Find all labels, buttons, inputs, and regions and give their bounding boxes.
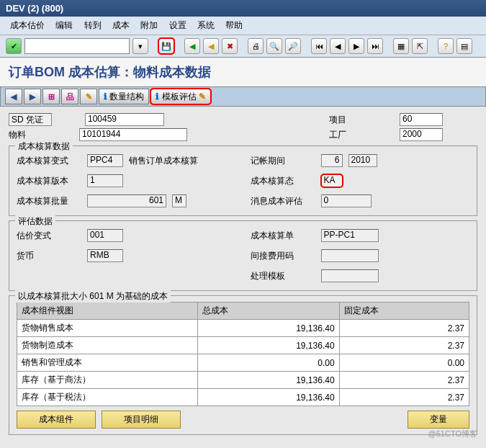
field-template <box>321 269 379 282</box>
field-plant[interactable]: 2000 <box>400 128 443 141</box>
label-overhead: 间接费用码 <box>251 250 315 262</box>
menu-item[interactable]: 编辑 <box>51 17 77 35</box>
menu-bar: 成本估价 编辑 转到 成本 附加 设置 系统 帮助 <box>0 17 486 35</box>
hierarchy-icon[interactable]: ⊞ <box>42 89 60 104</box>
save-icon[interactable]: 💾 <box>158 38 174 54</box>
field-currency: RMB <box>87 249 123 262</box>
col-view: 成本组件视图 <box>17 303 198 320</box>
find-next-icon[interactable]: 🔎 <box>285 38 301 54</box>
table-row[interactable]: 货物制造成本19,136.402.37 <box>17 337 469 354</box>
page-title: 订单BOM 成本估算：物料成本数据 <box>0 58 486 86</box>
menu-item[interactable]: 设置 <box>165 17 191 35</box>
field-overhead <box>321 249 379 262</box>
back-icon[interactable]: ◀ <box>184 38 200 54</box>
menu-item[interactable]: 附加 <box>136 17 162 35</box>
dropdown-icon[interactable]: ▾ <box>132 38 148 54</box>
variable-button[interactable]: 变量 <box>408 411 469 429</box>
col-total: 总成本 <box>198 303 339 320</box>
menu-item[interactable]: 成本估价 <box>6 17 49 35</box>
edit-icon[interactable]: ✎ <box>80 89 97 104</box>
field-material[interactable]: 10101944 <box>79 128 187 141</box>
group-valuation-data: 评估数据 估价变式 001 成本核算单 PP-PC1 货币 RMB 间接费用码 … <box>9 220 477 291</box>
field-val-variant: 001 <box>87 229 123 242</box>
help-icon[interactable]: ? <box>438 38 454 54</box>
label-status: 成本核算态 <box>251 175 315 187</box>
command-input[interactable] <box>24 38 130 54</box>
shortcut-icon[interactable]: ⇱ <box>412 38 428 54</box>
menu-item[interactable]: 帮助 <box>221 17 247 35</box>
field-period-year: 2010 <box>348 154 377 167</box>
field-sd-doc[interactable]: 100459 <box>85 113 164 126</box>
field-variant: PPC4 <box>87 154 123 167</box>
field-msg: 0 <box>321 194 372 207</box>
cost-components-button[interactable]: 成本组件 <box>17 411 96 429</box>
session-icon[interactable]: ▦ <box>393 38 409 54</box>
nav-prev-icon[interactable]: ◀ <box>5 89 22 104</box>
label-lotsize: 成本核算批量 <box>17 195 81 207</box>
cost-table: 成本组件视图 总成本 固定成本 货物销售成本19,136.402.37 货物制造… <box>17 302 469 406</box>
label-cost-sheet: 成本核算单 <box>251 230 315 242</box>
col-fixed: 固定成本 <box>339 303 469 320</box>
template-eval-button[interactable]: ℹ 模板评估 ✎ <box>150 89 211 104</box>
field-version: 1 <box>87 174 123 187</box>
item-detail-button[interactable]: 项目明细 <box>102 411 181 429</box>
group-title: 评估数据 <box>15 215 55 228</box>
prev-page-icon[interactable]: ◀ <box>330 38 346 54</box>
label-currency: 货币 <box>17 250 81 262</box>
menu-item[interactable]: 系统 <box>193 17 219 35</box>
app-toolbar: ◀ ▶ ⊞ 品 ✎ ℹ 数量结构 ℹ 模板评估 ✎ <box>0 86 486 107</box>
structure-icon[interactable]: 品 <box>61 89 78 104</box>
label-version: 成本核算版本 <box>17 175 81 187</box>
menu-item[interactable]: 转到 <box>80 17 106 35</box>
table-row[interactable]: 货物销售成本19,136.402.37 <box>17 320 469 337</box>
group-cost-basis: 以成本核算批大小 601 M 为基础的成本 成本组件视图 总成本 固定成本 货物… <box>9 295 477 435</box>
group-title: 以成本核算批大小 601 M 为基础的成本 <box>15 290 171 303</box>
nav-next-icon[interactable]: ▶ <box>24 89 41 104</box>
label-variant: 成本核算变式 <box>17 155 81 167</box>
label-material: 物料 <box>9 129 73 141</box>
field-lotsize: 601 <box>87 194 166 207</box>
window-title: DEV (2) (800) <box>6 3 63 14</box>
label-template: 处理模板 <box>251 270 315 282</box>
label-val-variant: 估价变式 <box>17 230 81 242</box>
field-lotsize-unit: M <box>172 194 186 207</box>
label-plant: 工厂 <box>329 129 394 141</box>
group-title: 成本核算数据 <box>15 140 73 153</box>
first-page-icon[interactable]: ⏮ <box>311 38 327 54</box>
label-sd-doc: SD 凭证 <box>9 113 52 126</box>
exit-icon[interactable]: ◀ <box>203 38 219 54</box>
table-row[interactable]: 库存（基于税法）19,136.402.37 <box>17 389 469 406</box>
field-cost-sheet: PP-PC1 <box>321 229 379 242</box>
print-icon[interactable]: 🖨 <box>248 38 264 54</box>
find-icon[interactable]: 🔍 <box>266 38 282 54</box>
group-costing-data: 成本核算数据 成本核算变式 PPC4 销售订单成本核算 记帐期间 6 2010 … <box>9 145 477 216</box>
last-page-icon[interactable]: ⏭ <box>367 38 383 54</box>
label-msg: 消息成本评估 <box>251 195 315 207</box>
field-item[interactable]: 60 <box>400 113 443 126</box>
field-period-month: 6 <box>321 154 343 167</box>
qty-structure-button[interactable]: ℹ 数量结构 <box>99 89 149 104</box>
field-status: KA <box>321 174 343 187</box>
system-toolbar: ✔ ▾ 💾 ◀ ◀ ✖ 🖨 🔍 🔎 ⏮ ◀ ▶ ⏭ ▦ ⇱ ? ▤ <box>0 35 486 58</box>
menu-item[interactable]: 成本 <box>108 17 134 35</box>
table-row[interactable]: 库存（基于商法）19,136.402.37 <box>17 372 469 389</box>
watermark: @51CTO博客 <box>428 429 477 439</box>
label-item: 项目 <box>329 114 394 126</box>
window-titlebar: DEV (2) (800) <box>0 0 486 17</box>
table-header-row: 成本组件视图 总成本 固定成本 <box>17 303 469 320</box>
label-period: 记帐期间 <box>251 155 315 167</box>
text-variant-desc: 销售订单成本核算 <box>129 155 198 167</box>
next-page-icon[interactable]: ▶ <box>348 38 364 54</box>
cancel-icon[interactable]: ✖ <box>222 38 238 54</box>
layout-icon[interactable]: ▤ <box>456 38 472 54</box>
table-row[interactable]: 销售和管理成本0.000.00 <box>17 354 469 372</box>
enter-icon[interactable]: ✔ <box>6 38 22 54</box>
